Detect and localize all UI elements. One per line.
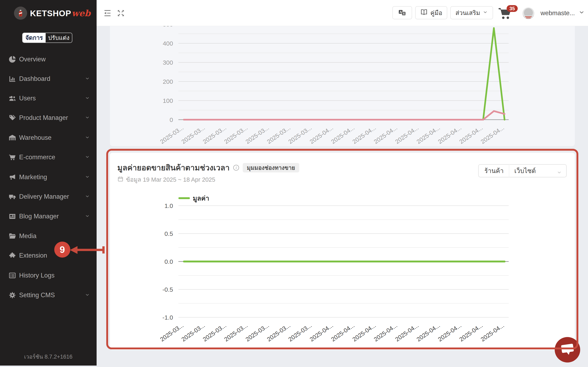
sidebar-item-label: Overview (19, 56, 46, 63)
svg-text:400: 400 (163, 40, 173, 47)
svg-text:2025-03...: 2025-03... (244, 124, 270, 145)
svg-text:2025-03...: 2025-03... (266, 124, 291, 145)
svg-text:2025-04...: 2025-04... (373, 322, 398, 343)
topbar: A คู่มือ ส่วนเสริม 35 webmaste... (97, 0, 588, 26)
svg-text:2025-04...: 2025-04... (330, 124, 355, 145)
sidebar-item-product-manager[interactable]: Product Manager (0, 112, 97, 123)
svg-text:2025-03...: 2025-03... (202, 124, 227, 145)
chevron-down-icon (85, 76, 90, 82)
sidebar-item-blog-manager[interactable]: Blog Manager (0, 211, 97, 222)
brand-accent: web (71, 8, 90, 18)
mode-customize-button[interactable]: ปรับแต่ง (46, 33, 72, 42)
svg-text:100: 100 (163, 97, 173, 104)
sidebar-item-label: Users (19, 95, 36, 102)
version-label: เวอร์ชัน 8.7.2+1616 (0, 352, 97, 361)
chat-widget-button[interactable] (555, 337, 580, 362)
sidebar-item-delivery-manager[interactable]: Delivery Manager (0, 191, 97, 202)
svg-text:2025-03...: 2025-03... (223, 124, 249, 145)
svg-text:2025-04...: 2025-04... (309, 322, 334, 343)
svg-text:2025-03...: 2025-03... (159, 322, 185, 343)
bar-chart-icon (8, 75, 17, 83)
sidebar-item-media[interactable]: Media (0, 231, 97, 241)
mode-manage-button[interactable]: จัดการ (23, 33, 46, 42)
pie-chart-icon (8, 55, 17, 63)
svg-text:2025-04...: 2025-04... (458, 124, 484, 145)
puzzle-icon (8, 251, 17, 260)
sidebar-item-users[interactable]: Users (0, 93, 97, 104)
svg-text:0: 0 (170, 116, 173, 123)
svg-text:2025-03...: 2025-03... (202, 322, 227, 343)
sales-value-chart-card: มูลค่ายอดขายสินค้าตามช่วงเวลา i มุมมองช่… (110, 153, 575, 350)
svg-text:2025-04...: 2025-04... (330, 322, 355, 343)
sidebar-item-setting-cms[interactable]: Setting CMS (0, 290, 97, 300)
svg-text:A: A (399, 10, 402, 14)
sidebar-item-label: Delivery Manager (19, 193, 69, 200)
chevron-down-icon (85, 174, 90, 180)
svg-text:2025-04...: 2025-04... (394, 322, 420, 343)
fullscreen-icon[interactable] (116, 9, 125, 18)
sidebar-item-dashboard[interactable]: Dashboard (0, 74, 97, 84)
sales-value-chart: 1.00.50.0-0.5-1.02025-03...2025-03...202… (110, 153, 575, 350)
manual-button[interactable]: คู่มือ (415, 6, 447, 19)
megaphone-icon (8, 173, 17, 181)
username-label: webmaste... (541, 9, 575, 17)
translate-button[interactable]: A (392, 6, 412, 19)
svg-text:-0.5: -0.5 (162, 286, 173, 293)
svg-text:2025-03...: 2025-03... (180, 322, 206, 343)
sidebar-item-label: Warehouse (19, 134, 51, 142)
chevron-down-icon (579, 9, 585, 17)
chevron-down-icon (85, 135, 90, 141)
svg-text:2025-03...: 2025-03... (287, 322, 313, 343)
sidebar-item-label: Dashboard (19, 75, 50, 83)
svg-text:2025-03...: 2025-03... (180, 124, 206, 145)
folder-icon (8, 232, 17, 240)
svg-text:2025-04...: 2025-04... (351, 322, 377, 343)
svg-text:500: 500 (163, 26, 173, 28)
svg-text:300: 300 (163, 59, 173, 66)
sidebar-item-marketing[interactable]: Marketing (0, 172, 97, 183)
chevron-down-icon (85, 115, 90, 121)
chevron-down-icon (85, 193, 90, 200)
svg-text:2025-04...: 2025-04... (394, 124, 420, 145)
svg-text:2025-04...: 2025-04... (415, 322, 441, 343)
sidebar-item-label: Media (19, 232, 36, 240)
svg-text:1.0: 1.0 (164, 202, 173, 209)
svg-text:0.5: 0.5 (164, 230, 173, 237)
svg-text:2025-04...: 2025-04... (415, 124, 441, 145)
svg-text:2025-04...: 2025-04... (309, 124, 334, 145)
annotation-arrow-line (77, 249, 104, 251)
tags-icon (8, 114, 17, 122)
sidebar-item-label: E-commerce (19, 154, 55, 161)
addons-label: ส่วนเสริม (455, 8, 480, 18)
collapse-sidebar-icon[interactable] (103, 9, 112, 18)
cart-icon (8, 153, 17, 161)
mode-toggle: จัดการ ปรับแต่ง (22, 33, 72, 43)
list-icon (8, 271, 17, 280)
sidebar-item-label: Extension (19, 252, 47, 259)
sidebar-item-label: Product Manager (19, 114, 68, 122)
svg-text:2025-03...: 2025-03... (159, 124, 185, 145)
users-icon (8, 94, 17, 102)
sidebar-item-label: Marketing (19, 174, 47, 181)
addons-dropdown[interactable]: ส่วนเสริม (450, 6, 493, 19)
chevron-down-icon (85, 95, 90, 101)
svg-text:2025-03...: 2025-03... (223, 322, 249, 343)
svg-text:200: 200 (163, 78, 173, 85)
sidebar-item-overview[interactable]: Overview (0, 54, 97, 65)
manual-label: คู่มือ (430, 8, 442, 18)
chevron-down-icon (85, 213, 90, 219)
chevron-down-icon (85, 292, 90, 298)
sidebar-item-label: History Logs (19, 272, 54, 279)
chevron-down-icon (85, 154, 90, 160)
user-menu[interactable]: webmaste... (541, 0, 585, 26)
sidebar-item-label: Setting CMS (19, 292, 55, 299)
avatar[interactable] (522, 7, 534, 19)
brand-logo[interactable]: KETSHOPweb (14, 7, 91, 20)
sidebar-item-warehouse[interactable]: Warehouse (0, 132, 97, 143)
sidebar-item-e-commerce[interactable]: E-commerce (0, 152, 97, 163)
svg-text:2025-04...: 2025-04... (479, 322, 505, 343)
sidebar-item-history-logs[interactable]: History Logs (0, 270, 97, 281)
svg-text:2025-04...: 2025-04... (437, 124, 462, 145)
sidebar-item-extension[interactable]: Extension (0, 250, 97, 261)
annotation-arrow-head (70, 246, 78, 254)
